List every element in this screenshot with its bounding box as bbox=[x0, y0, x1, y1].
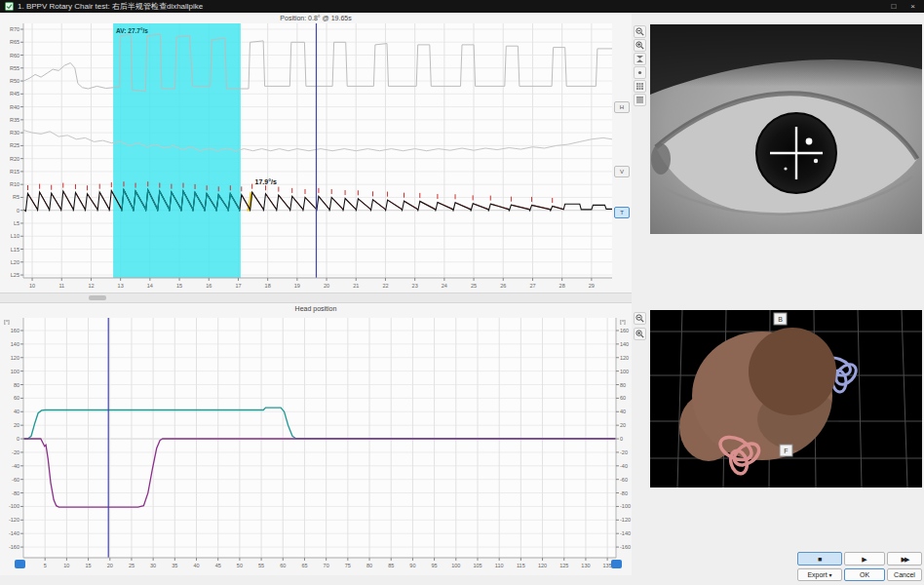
y-tick-label: R30 bbox=[10, 130, 19, 136]
y-tick-label: R5 bbox=[13, 194, 19, 200]
center-dot-icon bbox=[635, 68, 644, 77]
y-tick-label: -140 bbox=[620, 530, 631, 536]
x-tick-label: 26 bbox=[500, 283, 506, 289]
y-tick-label: 20 bbox=[620, 422, 626, 428]
x-tick-label: 40 bbox=[193, 563, 199, 568]
x-tick-label: 15 bbox=[176, 283, 182, 289]
ok-button[interactable]: OK bbox=[844, 568, 885, 581]
y-tick-label: L15 bbox=[11, 247, 19, 253]
x-tick-label: 28 bbox=[559, 283, 565, 289]
x-tick-label: 20 bbox=[107, 563, 113, 568]
y-tick-label: R55 bbox=[10, 65, 19, 71]
y-tick-label: 120 bbox=[11, 355, 19, 361]
head-position-chart-title: Head position bbox=[0, 303, 632, 314]
y-tick-label: R25 bbox=[10, 142, 19, 148]
x-tick-label: 16 bbox=[206, 283, 212, 289]
y-tick-label: 60 bbox=[14, 395, 19, 401]
stop-button[interactable]: ■ bbox=[797, 552, 842, 566]
front-label: F bbox=[780, 445, 792, 456]
center-marker-button[interactable] bbox=[634, 66, 646, 79]
export-label: Export bbox=[807, 571, 827, 578]
y-tick-label: -60 bbox=[12, 477, 19, 483]
fast-forward-icon: ▶▶ bbox=[902, 556, 908, 563]
y-tick-label: -60 bbox=[620, 477, 628, 483]
corneal-reflection bbox=[784, 167, 787, 170]
y-tick-label: -160 bbox=[9, 544, 19, 550]
close-button[interactable]: × bbox=[910, 0, 915, 13]
x-tick-label: 90 bbox=[409, 563, 415, 568]
eye-video-frame bbox=[650, 24, 922, 234]
zoom-in-button-bottom[interactable] bbox=[634, 328, 646, 340]
x-tick-label: 18 bbox=[265, 283, 271, 289]
x-tick-label: 25 bbox=[129, 563, 135, 568]
chart-splitter[interactable] bbox=[0, 292, 632, 303]
unit-label: [°] bbox=[4, 319, 10, 325]
x-tick-label: 75 bbox=[345, 563, 351, 568]
timeline-scroll-thumb-left[interactable] bbox=[15, 560, 25, 568]
y-tick-label: L20 bbox=[11, 259, 19, 265]
maximize-button[interactable]: □ bbox=[891, 0, 896, 13]
y-tick-label: R20 bbox=[10, 156, 19, 162]
x-tick-label: 24 bbox=[442, 283, 447, 289]
zoom-in-button[interactable] bbox=[634, 39, 646, 52]
svg-text:F: F bbox=[784, 448, 788, 454]
cancel-button[interactable]: Cancel bbox=[887, 568, 922, 581]
y-tick-label: 100 bbox=[620, 369, 629, 374]
x-tick-label: 60 bbox=[280, 563, 286, 568]
y-tick-label: -40 bbox=[12, 463, 19, 469]
selection-av-label: AV: 27.7°/s bbox=[116, 27, 148, 34]
stop-icon: ■ bbox=[818, 556, 822, 563]
window-controls: □ × bbox=[891, 0, 924, 13]
head-model-view[interactable]: B F bbox=[650, 310, 922, 488]
y-tick-label: 140 bbox=[620, 341, 629, 347]
position-chart[interactable]: AV: 27.7°/s17.9°/sR70R65R60R55R50R45R40R… bbox=[0, 23, 632, 293]
x-tick-label: 50 bbox=[237, 563, 243, 568]
channel-button-horizontal[interactable]: H bbox=[614, 101, 630, 113]
x-tick-label: 85 bbox=[388, 563, 394, 568]
x-tick-label: 125 bbox=[559, 563, 568, 568]
timeline-scroll-thumb-right[interactable] bbox=[611, 560, 622, 568]
grid-view-button[interactable] bbox=[634, 80, 646, 93]
position-chart-title: Position: 0.8° @ 19.65s bbox=[0, 13, 632, 23]
head-position-chart-panel: Head position 16016014014012012010010080… bbox=[0, 303, 632, 575]
sp-velocity-annotation: 17.9°/s bbox=[255, 178, 277, 185]
y-tick-label: -100 bbox=[620, 503, 631, 509]
x-tick-label: 21 bbox=[353, 283, 359, 289]
y-tick-label: -120 bbox=[9, 517, 19, 523]
splitter-scroll-thumb[interactable] bbox=[89, 295, 106, 300]
x-tick-label: 65 bbox=[301, 563, 307, 568]
x-tick-label: 20 bbox=[324, 283, 329, 289]
y-tick-label: 0 bbox=[17, 436, 19, 442]
export-dropdown[interactable]: Export ▾ bbox=[797, 568, 842, 581]
y-tick-label: -40 bbox=[620, 463, 628, 469]
y-tick-label: 20 bbox=[14, 422, 19, 428]
ok-label: OK bbox=[860, 571, 869, 578]
zoom-out-button-bottom[interactable] bbox=[634, 312, 646, 325]
x-tick-label: 13 bbox=[118, 283, 124, 289]
channel-button-torsional[interactable]: T bbox=[614, 207, 630, 218]
y-tick-label: 0 bbox=[17, 208, 19, 214]
table-view-button[interactable] bbox=[634, 94, 646, 106]
play-button[interactable]: ▶ bbox=[844, 552, 885, 566]
y-tick-label: R35 bbox=[10, 117, 19, 123]
x-tick-label: 95 bbox=[432, 563, 438, 568]
x-tick-label: 45 bbox=[215, 563, 221, 568]
titlebar: 1. BPPV Rotary Chair test: 右后半规管检查dixhal… bbox=[0, 0, 924, 13]
y-tick-label: 0 bbox=[620, 436, 623, 442]
channel-button-vertical[interactable]: V bbox=[614, 166, 630, 177]
position-chart-panel: Position: 0.8° @ 19.65s AV: 27.7°/s17.9°… bbox=[0, 13, 632, 293]
y-tick-label: R60 bbox=[10, 53, 19, 58]
y-tick-label: R40 bbox=[10, 104, 19, 110]
x-tick-label: 35 bbox=[172, 563, 177, 568]
y-tick-label: 80 bbox=[620, 382, 626, 388]
selection-region[interactable] bbox=[113, 23, 241, 278]
x-tick-label: 55 bbox=[258, 563, 264, 568]
x-tick-label: 29 bbox=[589, 283, 595, 289]
fast-forward-button[interactable]: ▶▶ bbox=[887, 552, 922, 566]
fit-vertical-button[interactable] bbox=[634, 53, 646, 65]
x-tick-label: 14 bbox=[147, 283, 153, 289]
zoom-out-button[interactable] bbox=[634, 25, 646, 38]
x-tick-label: 30 bbox=[150, 563, 156, 568]
fit-vertical-icon bbox=[635, 55, 644, 63]
head-position-chart[interactable]: 1601601401401201201001008080606040402020… bbox=[0, 314, 632, 575]
